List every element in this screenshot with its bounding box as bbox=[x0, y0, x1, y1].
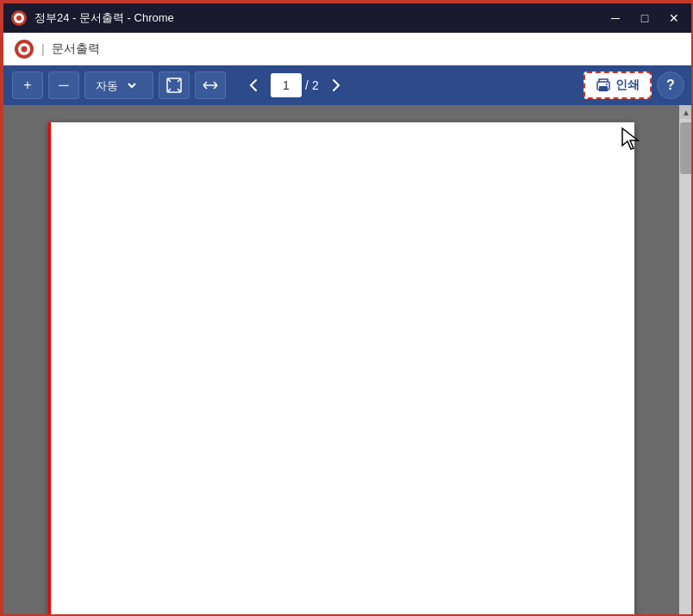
scrollbar[interactable]: ▲ bbox=[679, 105, 693, 616]
svg-point-2 bbox=[16, 16, 22, 21]
document-area: ▲ bbox=[3, 105, 693, 616]
print-button[interactable]: 인쇄 bbox=[584, 72, 652, 99]
fit-page-button[interactable] bbox=[159, 72, 190, 99]
document-page bbox=[48, 122, 634, 616]
fit-width-button[interactable] bbox=[195, 72, 226, 99]
breadcrumb-separator: | bbox=[41, 42, 45, 56]
page-separator: / bbox=[305, 78, 309, 92]
breadcrumb-page-title: 문서출력 bbox=[52, 41, 100, 57]
zoom-select[interactable]: 자동 50% 75% 100% 125% 150% 200% bbox=[92, 78, 139, 93]
help-button[interactable]: ? bbox=[657, 72, 684, 99]
toolbar: + ─ 자동 50% 75% 100% 125% 150% 200% bbox=[3, 65, 693, 105]
gov24-brand-logo-icon bbox=[14, 39, 34, 59]
zoom-out-button[interactable]: ─ bbox=[48, 72, 79, 99]
prev-page-button[interactable] bbox=[240, 72, 267, 99]
close-button[interactable]: ✕ bbox=[662, 9, 686, 27]
window-title: 정부24 - 문서출력 - Chrome bbox=[34, 10, 603, 26]
next-arrow-icon bbox=[332, 78, 340, 92]
help-label: ? bbox=[666, 78, 675, 93]
breadcrumb-bar: | 문서출력 bbox=[3, 33, 693, 65]
svg-point-5 bbox=[22, 46, 28, 52]
title-bar: 정부24 - 문서출력 - Chrome ─ □ ✕ bbox=[3, 3, 693, 33]
maximize-button[interactable]: □ bbox=[633, 9, 657, 27]
page-navigation: / 2 bbox=[240, 72, 350, 99]
zoom-select-wrapper[interactable]: 자동 50% 75% 100% 125% 150% 200% bbox=[84, 72, 153, 99]
window-controls: ─ □ ✕ bbox=[603, 9, 686, 27]
zoom-in-button[interactable]: + bbox=[12, 72, 43, 99]
window: 정부24 - 문서출력 - Chrome ─ □ ✕ | 문서출력 + ─ 자동… bbox=[2, 2, 693, 616]
fit-page-icon bbox=[166, 78, 182, 93]
current-page-input[interactable] bbox=[271, 73, 302, 97]
gov24-logo-icon bbox=[10, 9, 28, 27]
scroll-up-arrow[interactable]: ▲ bbox=[679, 105, 693, 119]
svg-rect-8 bbox=[599, 86, 608, 91]
print-icon bbox=[596, 78, 611, 93]
prev-arrow-icon bbox=[249, 78, 258, 92]
document-scroll-area[interactable] bbox=[3, 105, 679, 616]
fit-width-icon bbox=[203, 78, 218, 93]
page-indicator: / 2 bbox=[271, 73, 319, 97]
svg-point-9 bbox=[606, 84, 608, 85]
next-page-button[interactable] bbox=[322, 72, 350, 99]
total-pages: 2 bbox=[312, 78, 319, 92]
scrollbar-thumb[interactable] bbox=[680, 122, 692, 174]
minimize-button[interactable]: ─ bbox=[603, 9, 627, 27]
print-label: 인쇄 bbox=[615, 78, 640, 93]
